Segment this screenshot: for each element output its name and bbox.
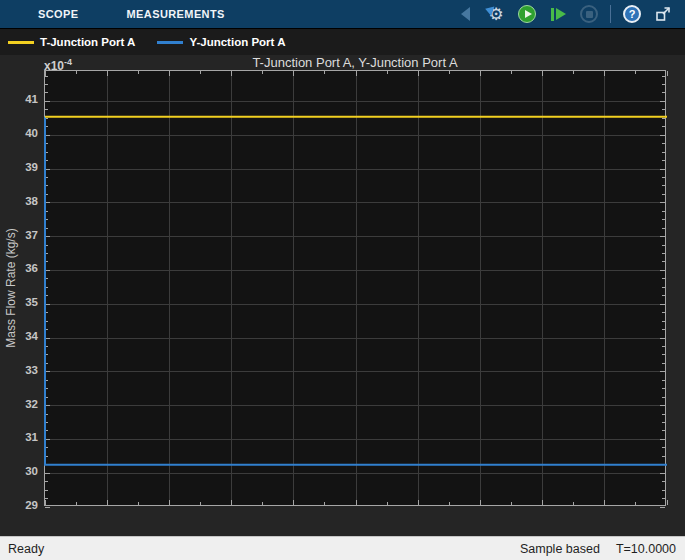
simulate-gear-icon[interactable]: ⚙ <box>486 4 506 24</box>
y-tick-label: 31 <box>8 431 38 443</box>
y-tick-label: 40 <box>8 127 38 139</box>
status-sim-time: T=10.0000 <box>616 542 676 556</box>
y-tick-label: 39 <box>8 161 38 173</box>
legend-bar: T-Junction Port A Y-Junction Port A <box>0 28 685 55</box>
y-tick-label: 29 <box>8 499 38 511</box>
toolbar-divider <box>610 5 611 23</box>
tabs: SCOPE MEASUREMENTS <box>0 0 237 28</box>
legend-item-t-junction: T-Junction Port A <box>8 36 135 48</box>
y-tick-label: 37 <box>8 229 38 241</box>
y-tick-label: 32 <box>8 398 38 410</box>
tab-bar: SCOPE MEASUREMENTS ⚙ ? <box>0 0 685 28</box>
y-tick-label: 35 <box>8 296 38 308</box>
y-tick-label: 41 <box>8 93 38 105</box>
tab-scope[interactable]: SCOPE <box>26 0 91 28</box>
y-tick-label: 38 <box>8 195 38 207</box>
chart-title: T-Junction Port A, Y-Junction Port A <box>44 55 666 70</box>
toolbar: ⚙ ? <box>455 0 685 28</box>
y-junction-line-swatch <box>157 41 183 44</box>
plot-axes[interactable] <box>44 70 666 506</box>
popout-icon[interactable] <box>653 4 673 24</box>
legend-label: T-Junction Port A <box>40 36 135 48</box>
status-ready: Ready <box>8 542 44 556</box>
y-tick-label: 33 <box>8 364 38 376</box>
collapse-toolstrip-icon[interactable] <box>455 4 475 24</box>
tab-measurements[interactable]: MEASUREMENTS <box>115 0 237 28</box>
trace-y-junction-port-a <box>45 117 667 465</box>
y-axis-label: Mass Flow Rate (kg/s) <box>4 153 18 423</box>
help-icon[interactable]: ? <box>622 4 642 24</box>
t-junction-line-swatch <box>8 41 34 44</box>
stop-icon[interactable] <box>579 4 599 24</box>
y-tick-label: 30 <box>8 465 38 477</box>
plot-region: x10-4 T-Junction Port A, Y-Junction Port… <box>0 55 685 536</box>
scope-window: SCOPE MEASUREMENTS ⚙ ? <box>0 0 685 560</box>
status-bar: Ready Sample based T=10.0000 <box>0 536 685 560</box>
run-icon[interactable] <box>517 4 537 24</box>
signal-traces <box>45 71 667 507</box>
y-tick-label: 36 <box>8 262 38 274</box>
y-tick-label: 34 <box>8 330 38 342</box>
legend-label: Y-Junction Port A <box>189 36 285 48</box>
status-right: Sample based T=10.0000 <box>520 542 676 556</box>
legend-item-y-junction: Y-Junction Port A <box>157 36 285 48</box>
status-sample-mode: Sample based <box>520 542 600 556</box>
step-forward-icon[interactable] <box>548 4 568 24</box>
